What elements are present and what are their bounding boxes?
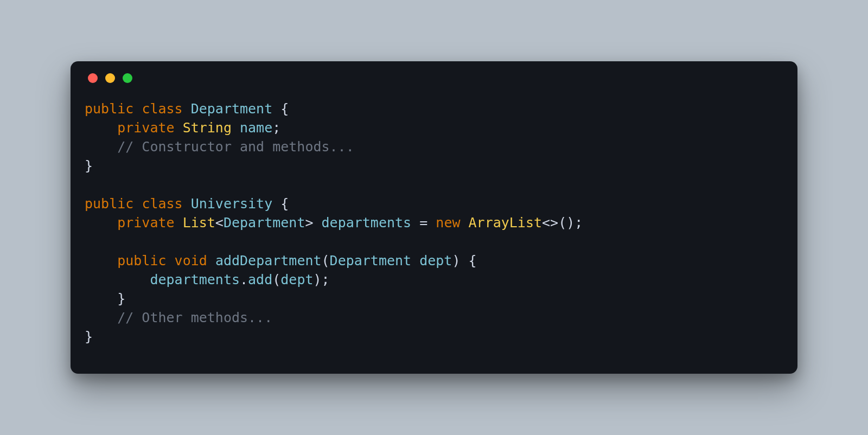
minimize-icon[interactable] [105, 73, 115, 83]
keyword-public: public [85, 196, 133, 212]
keyword-private: private [117, 215, 174, 231]
semicolon: ; [575, 215, 583, 231]
method-add: add [248, 272, 272, 287]
method-add-department: addDepartment [215, 253, 322, 268]
field-name: name [240, 120, 272, 136]
keyword-class: class [142, 196, 182, 212]
field-departments: departments [322, 215, 412, 231]
keyword-void: void [175, 253, 207, 268]
generic-type-department: Department [224, 215, 305, 231]
diamond: <> [542, 215, 558, 231]
keyword-public: public [85, 101, 133, 117]
arg-dept: dept [280, 272, 313, 287]
comment-constructor: // Constructor and methods... [117, 139, 354, 155]
brace-close: } [85, 158, 93, 174]
op-assign: = [419, 215, 427, 231]
angle-open: < [215, 215, 224, 231]
dot: . [240, 272, 248, 287]
brace-open: { [469, 253, 477, 268]
type-list: List [183, 215, 215, 231]
code-editor: public class Department { private String… [85, 99, 783, 346]
window-controls [88, 73, 783, 83]
comment-other: // Other methods... [117, 310, 272, 325]
brace-close: } [85, 329, 93, 344]
keyword-public: public [117, 253, 166, 268]
paren-close: ) [566, 215, 575, 231]
ref-departments: departments [150, 272, 240, 287]
keyword-new: new [436, 215, 460, 231]
semicolon: ; [322, 272, 330, 287]
code-window: public class Department { private String… [71, 61, 797, 374]
paren-open: ( [558, 215, 566, 231]
param-type-department: Department [330, 253, 412, 268]
keyword-class: class [142, 101, 182, 117]
angle-close: > [305, 215, 313, 231]
class-name-department: Department [191, 101, 273, 117]
maximize-icon[interactable] [123, 73, 132, 83]
brace-open: { [280, 196, 289, 212]
page-background: public class Department { private String… [0, 0, 868, 435]
brace-open: { [280, 101, 289, 117]
paren-close: ) [314, 272, 322, 287]
keyword-private: private [117, 120, 174, 136]
param-dept: dept [419, 253, 452, 268]
semicolon: ; [272, 120, 280, 136]
paren-open: ( [322, 253, 330, 268]
brace-close: } [117, 291, 125, 306]
paren-close: ) [452, 253, 460, 268]
type-string: String [183, 120, 232, 136]
type-arraylist: ArrayList [469, 215, 542, 231]
paren-open: ( [272, 272, 280, 287]
close-icon[interactable] [88, 73, 98, 83]
class-name-university: University [191, 196, 273, 212]
